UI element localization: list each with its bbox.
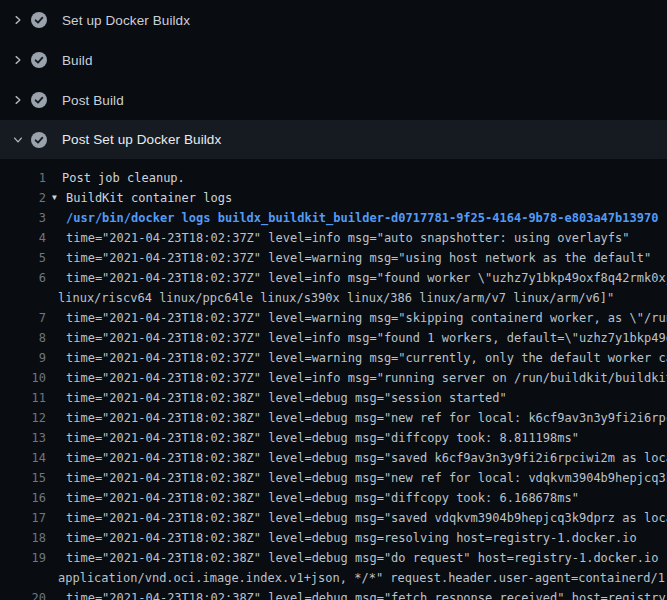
step-title: Post Build (62, 93, 124, 108)
check-circle-icon (31, 92, 47, 108)
log-line-text: Post job cleanup. (62, 171, 185, 185)
check-circle-icon (31, 132, 47, 148)
chevron-right-icon (10, 12, 26, 28)
log-line: 11 ▼ time="2021-04-23T18:02:38Z" level=d… (0, 388, 667, 408)
check-circle-icon (31, 12, 47, 28)
log-line-number[interactable]: 15 (0, 471, 46, 485)
log-line-text: time="2021-04-23T18:02:38Z" level=debug … (66, 431, 579, 445)
log-line-text: time="2021-04-23T18:02:37Z" level=info m… (66, 271, 667, 285)
chevron-right-icon (10, 92, 26, 108)
log-line-number[interactable]: 18 (0, 531, 46, 545)
step-title: Build (62, 53, 93, 68)
log-line: 14 ▼ time="2021-04-23T18:02:38Z" level=d… (0, 448, 667, 468)
log-line-number[interactable]: 10 (0, 371, 46, 385)
step-set-up-docker-buildx[interactable]: Set up Docker Buildx (0, 0, 667, 40)
log-group-caret-icon[interactable]: ▼ (52, 193, 62, 202)
log-line: 19 ▼ time="2021-04-23T18:02:38Z" level=d… (0, 548, 667, 568)
log-line: 10 ▼ time="2021-04-23T18:02:37Z" level=i… (0, 368, 667, 388)
log-line: 20 ▼ time="2021-04-23T18:02:38Z" level=d… (0, 588, 667, 600)
log-line: 3 ▼ /usr/bin/docker logs buildx_buildkit… (0, 208, 667, 228)
log-line-number[interactable]: 13 (0, 431, 46, 445)
log-line: 5 ▼ time="2021-04-23T18:02:37Z" level=wa… (0, 248, 667, 268)
log-line-text: application/vnd.oci.image.index.v1+json,… (58, 571, 667, 585)
step-post-build[interactable]: Post Build (0, 80, 667, 120)
log-line-number[interactable]: 12 (0, 411, 46, 425)
log-line-number[interactable]: 3 (0, 211, 46, 225)
step-title: Post Set up Docker Buildx (62, 132, 221, 147)
log-line: 8 ▼ time="2021-04-23T18:02:37Z" level=in… (0, 328, 667, 348)
log-panel: 1 ▼ Post job cleanup. 2 ▼ BuildKit conta… (0, 159, 667, 600)
log-line-text: time="2021-04-23T18:02:38Z" level=debug … (66, 491, 579, 505)
log-line-text: time="2021-04-23T18:02:38Z" level=debug … (66, 511, 667, 525)
log-line: 6 ▼ time="2021-04-23T18:02:37Z" level=in… (0, 268, 667, 288)
log-line-text: time="2021-04-23T18:02:37Z" level=info m… (66, 231, 630, 245)
step-post-set-up-docker-buildx[interactable]: Post Set up Docker Buildx (0, 120, 667, 159)
step-list: Set up Docker Buildx Build P (0, 0, 667, 159)
log-line-text: linux/riscv64 linux/ppc64le linux/s390x … (58, 291, 614, 305)
log-line-number[interactable]: 8 (0, 331, 46, 345)
log-line-number[interactable]: 9 (0, 351, 46, 365)
step-build[interactable]: Build (0, 40, 667, 80)
log-line-text: /usr/bin/docker logs buildx_buildkit_bui… (66, 211, 658, 225)
log-line-number[interactable]: 16 (0, 491, 46, 505)
log-line-text: time="2021-04-23T18:02:37Z" level=info m… (66, 331, 667, 345)
log-line: 15 ▼ time="2021-04-23T18:02:38Z" level=d… (0, 468, 667, 488)
log-line-text: time="2021-04-23T18:02:38Z" level=debug … (66, 451, 667, 465)
log-line-number[interactable]: 6 (0, 271, 46, 285)
chevron-down-icon (10, 132, 26, 148)
log-line-number[interactable]: 11 (0, 391, 46, 405)
log-line-text: time="2021-04-23T18:02:38Z" level=debug … (66, 411, 667, 425)
log-line: ▼ application/vnd.oci.image.index.v1+jso… (0, 568, 667, 588)
log-line-number[interactable]: 19 (0, 551, 46, 565)
log-line: ▼ linux/riscv64 linux/ppc64le linux/s390… (0, 288, 667, 308)
log-line-number[interactable]: 17 (0, 511, 46, 525)
log-line-number[interactable]: 7 (0, 311, 46, 325)
log-line-text: time="2021-04-23T18:02:38Z" level=debug … (66, 531, 637, 545)
log-line: 13 ▼ time="2021-04-23T18:02:38Z" level=d… (0, 428, 667, 448)
log-line: 4 ▼ time="2021-04-23T18:02:37Z" level=in… (0, 228, 667, 248)
log-line-number[interactable]: 20 (0, 591, 46, 600)
log-line: 16 ▼ time="2021-04-23T18:02:38Z" level=d… (0, 488, 667, 508)
log-line: 17 ▼ time="2021-04-23T18:02:38Z" level=d… (0, 508, 667, 528)
chevron-right-icon (10, 52, 26, 68)
log-line: 12 ▼ time="2021-04-23T18:02:38Z" level=d… (0, 408, 667, 428)
log-line-text: time="2021-04-23T18:02:37Z" level=warnin… (66, 311, 667, 325)
check-circle-icon (31, 52, 47, 68)
log-line-text: time="2021-04-23T18:02:38Z" level=debug … (66, 551, 667, 565)
log-line-number[interactable]: 2 (0, 191, 46, 205)
log-line: 1 ▼ Post job cleanup. (0, 168, 667, 188)
log-line-text: time="2021-04-23T18:02:38Z" level=debug … (66, 591, 667, 600)
log-line: 2 ▼ BuildKit container logs (0, 188, 667, 208)
actions-log-viewer: Set up Docker Buildx Build P (0, 0, 667, 600)
log-line-text: time="2021-04-23T18:02:37Z" level=warnin… (66, 251, 651, 265)
log-line: 7 ▼ time="2021-04-23T18:02:37Z" level=wa… (0, 308, 667, 328)
log-line: 9 ▼ time="2021-04-23T18:02:37Z" level=wa… (0, 348, 667, 368)
log-line-text: time="2021-04-23T18:02:38Z" level=debug … (66, 391, 507, 405)
log-line-number[interactable]: 14 (0, 451, 46, 465)
log-line-text: time="2021-04-23T18:02:38Z" level=debug … (66, 471, 667, 485)
log-line-text: BuildKit container logs (66, 191, 232, 205)
log-line-number[interactable]: 4 (0, 231, 46, 245)
log-line-text: time="2021-04-23T18:02:37Z" level=warnin… (66, 351, 667, 365)
log-line: 18 ▼ time="2021-04-23T18:02:38Z" level=d… (0, 528, 667, 548)
step-title: Set up Docker Buildx (62, 13, 190, 28)
log-line-number[interactable]: 1 (0, 171, 46, 185)
log-line-number[interactable]: 5 (0, 251, 46, 265)
log-line-text: time="2021-04-23T18:02:37Z" level=info m… (66, 371, 667, 385)
